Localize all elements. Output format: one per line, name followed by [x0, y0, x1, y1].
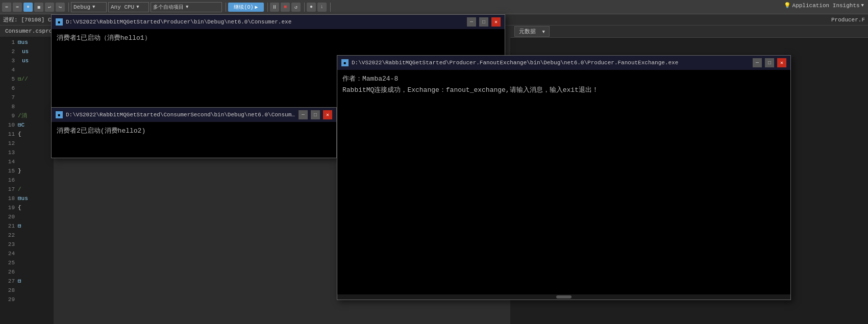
- sep-2: [226, 3, 226, 12]
- line-num-11: 11: [0, 130, 15, 139]
- producer-maximize-btn[interactable]: □: [765, 58, 774, 67]
- code-l19: {: [18, 203, 54, 212]
- code-l16: [18, 176, 54, 185]
- line-num-16: 16: [0, 176, 15, 185]
- code-l11: {: [18, 130, 54, 139]
- code-l14: [18, 157, 54, 166]
- consumer2-minimize-btn[interactable]: ─: [299, 110, 308, 119]
- code-content[interactable]: ⊟us us us ⊟// /消 ⊟C { } / ⊟us { ⊟ ⊟: [18, 37, 54, 304]
- toolbar-breakpoint[interactable]: ●: [307, 3, 316, 12]
- close-icon: ✕: [494, 19, 498, 25]
- code-l6: [18, 84, 54, 93]
- project-dropdown-arrow: ▼: [186, 5, 188, 10]
- line-num-19: 19: [0, 203, 15, 212]
- line-num-29: 29: [0, 295, 15, 304]
- line-numbers: 1 2 3 4 5 6 7 8 9 10 11 12 13 14 15 16 1…: [0, 37, 18, 324]
- line-num-7: 7: [0, 93, 15, 102]
- toolbar-step[interactable]: ↓: [317, 3, 327, 12]
- producer-window-icon: ■: [341, 59, 349, 66]
- producer-ref: Producer.F: [831, 17, 865, 23]
- consumer-window-icon: ■: [56, 18, 63, 26]
- code-l13: [18, 148, 54, 157]
- consumer2-close-btn[interactable]: ✕: [323, 110, 332, 119]
- toolbar-icon-3[interactable]: ●: [23, 3, 33, 12]
- continue-icon: ▶: [255, 4, 258, 10]
- consumer2-maximize-btn[interactable]: □: [311, 110, 320, 119]
- toolbar-icon-1[interactable]: ⬅: [2, 3, 11, 12]
- debug-dropdown[interactable]: Debug ▼: [71, 2, 107, 12]
- consumer2-controls[interactable]: ─ □ ✕: [299, 110, 332, 119]
- producer-line1: 作者：Mamba24-8: [342, 74, 785, 84]
- code-l17: /: [18, 185, 54, 194]
- producer-scrollbar[interactable]: [337, 294, 790, 300]
- consumer-close-btn[interactable]: ✕: [491, 17, 501, 27]
- toolbar-restart[interactable]: ↺: [291, 3, 301, 12]
- sep-3: [267, 3, 268, 12]
- line-num-3: 3: [0, 56, 15, 65]
- cpu-dropdown-arrow: ▼: [136, 5, 139, 10]
- line-num-13: 13: [0, 148, 15, 157]
- line-num-6: 6: [0, 84, 15, 93]
- line-num-22: 22: [0, 231, 15, 240]
- producer-controls[interactable]: ─ □ ✕: [753, 58, 786, 67]
- right-toolbar: 元数据 ▼: [510, 26, 868, 38]
- consumer-maximize-btn[interactable]: □: [479, 17, 488, 27]
- project-label: 多个自动项目: [153, 4, 184, 11]
- toolbar-pause[interactable]: ⏸: [270, 3, 279, 12]
- toolbar-icon-4[interactable]: ◼: [34, 3, 43, 12]
- line-num-5: 5: [0, 74, 15, 84]
- line-num-2: 2: [0, 47, 15, 56]
- producer-body: 作者：Mamba24-8 RabbitMQ连接成功，Exchange：fanou…: [337, 70, 790, 294]
- line-num-12: 12: [0, 139, 15, 148]
- app-insights-button[interactable]: 💡 Application Insights ▼: [784, 2, 864, 9]
- line-num-25: 25: [0, 258, 15, 267]
- toolbar-icon-2[interactable]: ➡: [13, 3, 22, 12]
- code-l1: ⊟us: [18, 38, 54, 47]
- consumer-minimize-btn[interactable]: ─: [467, 17, 476, 27]
- producer-minimize-btn[interactable]: ─: [753, 58, 762, 67]
- toolbar: ⬅ ➡ ● ◼ ↩ ↪ Debug ▼ Any CPU ▼ 多个自动项目 ▼ 继…: [0, 0, 868, 14]
- code-l22: [18, 231, 54, 240]
- line-num-18: 18: [0, 194, 15, 203]
- code-l20: [18, 212, 54, 221]
- sep-4: [304, 3, 305, 12]
- sep-5: [330, 3, 331, 12]
- sep-1: [68, 3, 69, 12]
- code-l2: us: [18, 47, 54, 56]
- metadata-dropdown[interactable]: 元数据 ▼: [514, 26, 550, 37]
- project-dropdown[interactable]: 多个自动项目 ▼: [151, 2, 222, 12]
- producer-window[interactable]: ■ D:\VS2022\RabbitMQGetStarted\Producer.…: [337, 55, 791, 300]
- code-l25: [18, 258, 54, 267]
- debug-dropdown-arrow: ▼: [92, 5, 95, 10]
- line-num-1: 1: [0, 38, 15, 47]
- toolbar-icon-5[interactable]: ↩: [45, 3, 54, 12]
- producer-close-btn[interactable]: ✕: [777, 58, 786, 67]
- code-l5: ⊟//: [18, 74, 54, 84]
- code-l21: ⊟: [18, 221, 54, 231]
- line-num-27: 27: [0, 277, 15, 286]
- cpu-dropdown[interactable]: Any CPU ▼: [108, 2, 149, 12]
- continue-btn[interactable]: 继续(O) ▶: [228, 3, 264, 12]
- line-num-10: 10: [0, 120, 15, 130]
- code-l4: [18, 65, 54, 74]
- maximize-icon: □: [482, 19, 485, 25]
- code-l28: [18, 286, 54, 295]
- toolbar-icon-6[interactable]: ↪: [56, 3, 65, 12]
- line-num-24: 24: [0, 249, 15, 258]
- metadata-arrow: ▼: [542, 30, 545, 35]
- consumer2-window[interactable]: ■ D:\VS2022\RabbitMQGetStarted\ConsumerS…: [51, 107, 337, 158]
- line-num-9: 9: [0, 111, 15, 120]
- toolbar-stop[interactable]: ■: [281, 3, 290, 12]
- line-num-4: 4: [0, 65, 15, 74]
- consumer2-titlebar: ■ D:\VS2022\RabbitMQGetStarted\ConsumerS…: [52, 108, 336, 122]
- consumer2-title-text: D:\VS2022\RabbitMQGetStarted\ConsumerSec…: [66, 112, 295, 118]
- line-num-8: 8: [0, 102, 15, 111]
- consumer-controls[interactable]: ─ □ ✕: [467, 17, 501, 27]
- consumer2-body: 消费者2已启动(消费hello2): [52, 122, 336, 158]
- code-l26: [18, 267, 54, 277]
- scrollbar-thumb[interactable]: [556, 295, 572, 298]
- consumer2-window-icon: ■: [56, 111, 63, 118]
- line-num-20: 20: [0, 212, 15, 221]
- producer-title-text: D:\VS2022\RabbitMQGetStarted\Producer.Fa…: [352, 60, 750, 66]
- code-l18: ⊟us: [18, 194, 54, 203]
